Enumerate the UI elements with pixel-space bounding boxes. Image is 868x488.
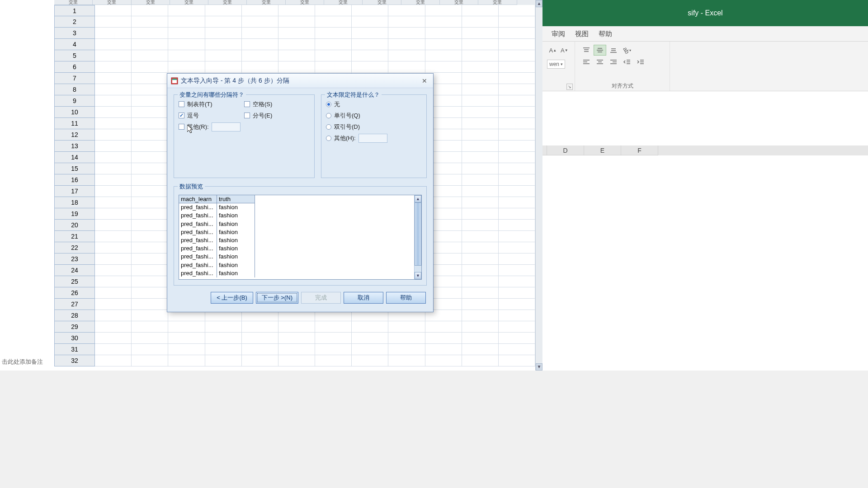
row-header[interactable]: 15	[54, 163, 95, 174]
cell[interactable]	[168, 344, 205, 355]
row-header[interactable]: 28	[54, 310, 95, 321]
cell[interactable]	[499, 107, 535, 118]
cell[interactable]	[388, 16, 425, 28]
scroll-down-icon[interactable]: ▼	[415, 272, 421, 279]
cell[interactable]	[95, 129, 132, 141]
col-header[interactable]: 交里	[247, 0, 285, 5]
tab-review[interactable]: 审阅	[551, 27, 566, 41]
cell[interactable]	[95, 287, 132, 299]
cell[interactable]	[352, 61, 388, 73]
cell[interactable]	[499, 333, 535, 344]
row-header[interactable]: 1	[54, 5, 95, 16]
cell[interactable]	[95, 186, 132, 197]
cell[interactable]	[388, 5, 425, 16]
cell[interactable]	[278, 39, 315, 50]
row-header[interactable]: 2	[54, 16, 95, 28]
cell[interactable]	[95, 118, 132, 129]
row-header[interactable]: 27	[54, 299, 95, 310]
cell[interactable]	[499, 152, 535, 163]
cell[interactable]	[499, 220, 535, 231]
col-header[interactable]: 交里	[93, 0, 131, 5]
cell[interactable]	[462, 28, 499, 39]
preview-header-cell[interactable]: mach_learn	[179, 195, 217, 203]
cell[interactable]	[95, 344, 132, 355]
cell[interactable]	[205, 50, 242, 61]
cell[interactable]	[95, 39, 132, 50]
cell[interactable]	[168, 61, 205, 73]
cell[interactable]	[499, 287, 535, 299]
radio-none[interactable]: 无	[326, 99, 422, 110]
cell[interactable]	[95, 265, 132, 276]
cell[interactable]	[168, 16, 205, 28]
cell[interactable]	[315, 321, 352, 333]
cell[interactable]	[315, 333, 352, 344]
cell[interactable]	[132, 310, 168, 321]
cell[interactable]	[278, 28, 315, 39]
cell[interactable]	[95, 197, 132, 208]
cell[interactable]	[425, 344, 462, 355]
cell[interactable]	[132, 186, 168, 197]
cell[interactable]	[462, 253, 499, 265]
cell[interactable]	[205, 321, 242, 333]
row-header[interactable]: 31	[54, 344, 95, 355]
cell[interactable]	[388, 39, 425, 50]
cell[interactable]	[278, 16, 315, 28]
preview-table[interactable]: mach_learntruthpred_fashi...fashionpred_…	[179, 195, 414, 279]
cell[interactable]	[462, 231, 499, 242]
cell[interactable]	[168, 39, 205, 50]
cell[interactable]	[205, 16, 242, 28]
row-header[interactable]: 29	[54, 321, 95, 333]
row-header[interactable]: 3	[54, 28, 95, 39]
cell[interactable]	[315, 344, 352, 355]
cell[interactable]	[95, 321, 132, 333]
cell[interactable]	[95, 61, 132, 73]
cell[interactable]	[205, 333, 242, 344]
cell[interactable]	[499, 208, 535, 220]
row-header[interactable]: 26	[54, 287, 95, 299]
vertical-scrollbar[interactable]: ▲ ▼	[535, 0, 542, 371]
cell[interactable]	[425, 333, 462, 344]
radio-double-quote[interactable]: 双引号(D)	[326, 121, 422, 132]
other-delimiter-input[interactable]	[212, 122, 241, 131]
cell[interactable]	[462, 186, 499, 197]
scroll-thumb[interactable]	[415, 202, 421, 266]
cell[interactable]	[462, 276, 499, 287]
cell[interactable]	[499, 242, 535, 253]
cell[interactable]	[499, 28, 535, 39]
cell[interactable]	[95, 174, 132, 186]
align-center-icon[interactable]	[594, 56, 606, 67]
cell[interactable]	[95, 163, 132, 174]
cell[interactable]	[278, 333, 315, 344]
tab-help[interactable]: 帮助	[598, 27, 613, 41]
row-header[interactable]: 20	[54, 220, 95, 231]
cell[interactable]	[132, 208, 168, 220]
cell[interactable]	[388, 344, 425, 355]
cell[interactable]	[352, 50, 388, 61]
cell[interactable]	[132, 276, 168, 287]
cell[interactable]	[499, 276, 535, 287]
cell[interactable]	[462, 208, 499, 220]
cell[interactable]	[315, 28, 352, 39]
cell[interactable]	[425, 355, 462, 366]
cell[interactable]	[278, 321, 315, 333]
cell[interactable]	[462, 39, 499, 50]
cell[interactable]	[132, 129, 168, 141]
cell[interactable]	[425, 16, 462, 28]
next-button[interactable]: 下一步 >(N)	[256, 292, 298, 304]
cell[interactable]	[462, 84, 499, 95]
col-header[interactable]: 交里	[324, 0, 363, 5]
cell[interactable]	[242, 355, 278, 366]
cell[interactable]	[205, 5, 242, 16]
cell[interactable]	[462, 299, 499, 310]
cell[interactable]	[205, 39, 242, 50]
align-top-icon[interactable]	[580, 45, 593, 56]
row-header[interactable]: 10	[54, 107, 95, 118]
cell[interactable]	[132, 299, 168, 310]
cell[interactable]	[499, 321, 535, 333]
cell[interactable]	[315, 39, 352, 50]
cell[interactable]	[95, 152, 132, 163]
cell[interactable]	[205, 344, 242, 355]
col-header-e[interactable]: E	[584, 145, 621, 155]
ime-indicator[interactable]: wen▾	[547, 60, 565, 69]
scroll-up-icon[interactable]: ▲	[536, 0, 542, 7]
